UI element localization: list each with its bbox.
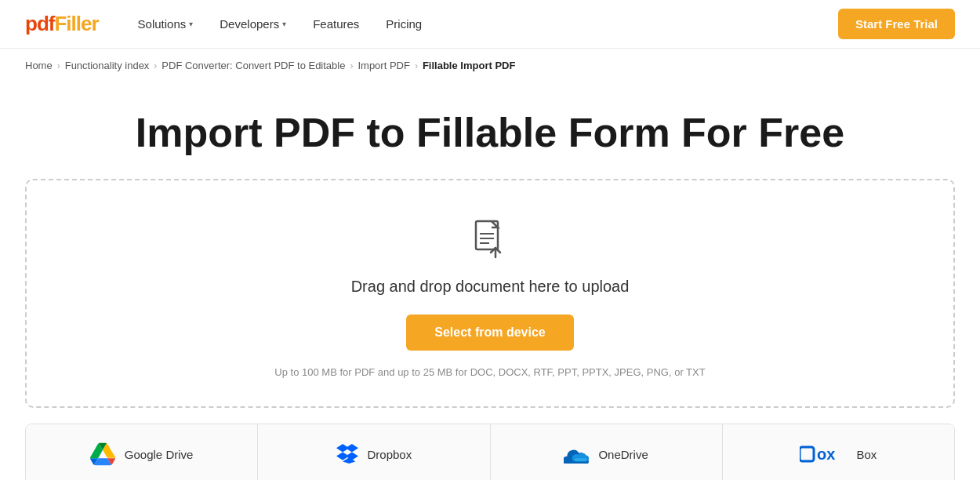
upload-icon: [42, 218, 938, 265]
breadcrumb-home[interactable]: Home: [25, 60, 53, 71]
breadcrumb-sep-1: ›: [57, 60, 60, 71]
breadcrumb: Home › Functionality index › PDF Convert…: [0, 49, 980, 82]
upload-section: Drag and drop document here to upload Se…: [0, 179, 980, 424]
logo[interactable]: pdfFiller: [25, 12, 99, 36]
breadcrumb-current: Fillable Import PDF: [423, 60, 515, 71]
logo-filler: Filler: [54, 12, 98, 36]
svg-text:ox: ox: [817, 445, 835, 463]
onedrive-icon: [564, 445, 589, 464]
nav-solutions[interactable]: Solutions ▾: [127, 11, 205, 37]
breadcrumb-sep-2: ›: [154, 60, 157, 71]
google-drive-option[interactable]: Google Drive: [26, 424, 258, 480]
start-free-trial-button[interactable]: Start Free Trial: [838, 9, 955, 39]
drag-drop-text: Drag and drop document here to upload: [42, 278, 938, 296]
chevron-down-icon: ▾: [189, 20, 193, 28]
onedrive-option[interactable]: OneDrive: [491, 424, 723, 480]
nav-developers[interactable]: Developers ▾: [209, 11, 297, 37]
box-option[interactable]: ox Box: [723, 424, 954, 480]
breadcrumb-converter[interactable]: PDF Converter: Convert PDF to Editable: [162, 60, 345, 71]
svg-rect-5: [800, 447, 814, 461]
navbar: pdfFiller Solutions ▾ Developers ▾ Featu…: [0, 0, 980, 49]
dropbox-label: Dropbox: [368, 448, 412, 461]
chevron-down-icon: ▾: [282, 20, 286, 28]
breadcrumb-functionality[interactable]: Functionality index: [65, 60, 150, 71]
upload-hint: Up to 100 MB for PDF and up to 25 MB for…: [42, 366, 938, 378]
hero-section: Import PDF to Fillable Form For Free: [0, 82, 980, 179]
nav-pricing[interactable]: Pricing: [375, 11, 433, 37]
dropbox-option[interactable]: Dropbox: [258, 424, 490, 480]
nav-links: Solutions ▾ Developers ▾ Features Pricin…: [127, 11, 838, 37]
breadcrumb-sep-4: ›: [415, 60, 418, 71]
breadcrumb-sep-3: ›: [350, 60, 353, 71]
box-label: Box: [856, 448, 877, 461]
upload-dropzone[interactable]: Drag and drop document here to upload Se…: [25, 179, 955, 408]
select-from-device-button[interactable]: Select from device: [406, 315, 573, 351]
breadcrumb-import-pdf[interactable]: Import PDF: [358, 60, 409, 71]
google-drive-icon: [90, 442, 115, 467]
nav-features[interactable]: Features: [302, 11, 370, 37]
cloud-services: Google Drive Dropbox OneDrive ox Box: [25, 424, 955, 480]
logo-pdf: pdf: [25, 12, 54, 36]
box-icon: ox: [800, 444, 847, 464]
onedrive-label: OneDrive: [598, 448, 648, 461]
page-title: Import PDF to Fillable Form For Free: [16, 111, 964, 155]
google-drive-label: Google Drive: [125, 448, 194, 461]
dropbox-icon: [336, 443, 358, 465]
